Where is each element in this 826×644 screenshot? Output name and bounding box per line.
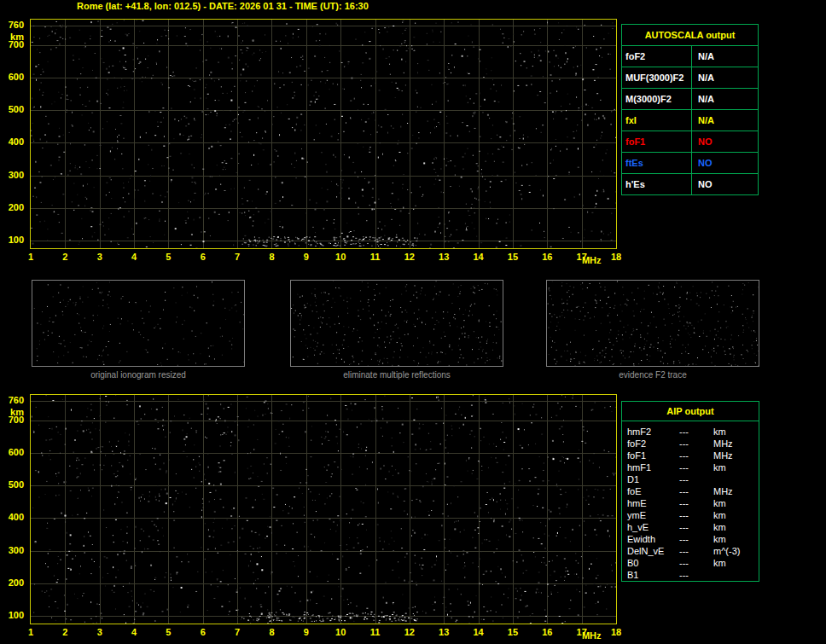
param-value: NO	[692, 153, 759, 174]
thumb-canvas-1	[291, 281, 503, 366]
y-axis-top: 760700600500400300200100km	[0, 19, 26, 249]
x-tick-label: 13	[439, 252, 449, 262]
thumb-canvas-2	[547, 281, 759, 366]
y-tick-label: 300	[9, 171, 24, 179]
y-tick-label: 600	[9, 73, 24, 81]
aip-param-label: ymE	[627, 509, 679, 521]
aip-row: B0---km	[622, 557, 759, 569]
aip-row: hmE---km	[622, 497, 759, 509]
x-tick-label: 9	[304, 627, 309, 637]
x-tick-label: 4	[131, 627, 137, 637]
aip-param-label: Ewidth	[627, 533, 679, 545]
x-axis-unit: MHz	[582, 255, 602, 265]
x-tick-label: 14	[473, 627, 483, 637]
x-tick-label: 16	[542, 252, 552, 262]
y-tick-label: 200	[9, 578, 24, 587]
aip-row: DelN_vE---m^(-3)	[622, 545, 759, 557]
param-value: N/A	[692, 89, 759, 110]
aip-param-unit: MHz	[713, 485, 759, 497]
station-date-header: Rome (lat: +41.8, lon: 012.5) - DATE: 20…	[77, 1, 369, 11]
x-tick-label: 5	[166, 627, 171, 637]
y-axis-unit: km	[10, 32, 24, 41]
x-tick-label: 16	[542, 627, 552, 637]
x-axis-unit: MHz	[582, 630, 602, 641]
x-tick-label: 12	[404, 252, 415, 262]
autoscala-row: MUF(3000)F2N/A	[622, 67, 759, 89]
aip-output-panel: AIP output hmF2---kmfoF2---MHzfoF1---MHz…	[621, 401, 759, 582]
aip-param-unit	[713, 569, 759, 581]
aip-param-value: ---	[679, 461, 713, 473]
aip-rows: hmF2---kmfoF2---MHzfoF1---MHzhmF1---kmD1…	[622, 421, 759, 581]
autoscala-window: Rome (lat: +41.8, lon: 012.5) - DATE: 20…	[0, 0, 826, 644]
x-tick-label: 2	[62, 252, 67, 262]
x-axis-top: 123456789101112131415161718MHz	[31, 250, 616, 267]
autoscala-row: ftEsNO	[622, 153, 759, 174]
x-tick-label: 7	[235, 252, 240, 262]
y-axis-bottom: 760700600500400300200100km	[0, 394, 26, 624]
param-value: NO	[692, 131, 759, 153]
aip-param-unit	[713, 473, 759, 485]
autoscala-table-header: AUTOSCALA output	[622, 25, 759, 46]
y-tick-label: 200	[9, 203, 24, 212]
aip-param-unit: km	[713, 497, 759, 509]
autoscala-row: M(3000)F2N/A	[622, 89, 759, 110]
aip-param-label: DelN_vE	[627, 545, 679, 557]
aip-param-unit: km	[713, 509, 759, 521]
x-tick-label: 1	[28, 252, 33, 262]
x-tick-label: 3	[97, 627, 102, 637]
x-tick-label: 6	[201, 627, 206, 637]
x-tick-label: 10	[335, 252, 346, 262]
x-tick-label: 4	[131, 252, 137, 262]
aip-param-label: hmF1	[627, 461, 679, 473]
y-tick-label: 100	[9, 235, 24, 244]
aip-row: foF2---MHz	[622, 438, 759, 450]
aip-param-unit: km	[713, 461, 759, 473]
y-tick-label: 760	[9, 20, 24, 29]
thumbnail-caption: eliminate multiple reflections	[290, 370, 503, 380]
x-tick-label: 3	[97, 252, 102, 262]
x-tick-label: 2	[62, 627, 67, 637]
aip-param-unit: km	[713, 521, 759, 533]
autoscala-table-body: foF2N/AMUF(3000)F2N/AM(3000)F2N/AfxIN/Af…	[622, 46, 759, 195]
aip-param-unit: km	[713, 533, 759, 545]
x-tick-label: 12	[404, 627, 415, 637]
y-tick-label: 500	[9, 105, 24, 113]
ionogram-canvas-top	[31, 20, 616, 248]
aip-param-value: ---	[679, 426, 713, 438]
x-tick-label: 8	[269, 627, 274, 637]
thumbnail-f2-trace: evidence F2 trace	[546, 280, 759, 380]
autoscala-row: fxIN/A	[622, 110, 759, 131]
x-tick-label: 15	[508, 627, 518, 637]
y-tick-label: 500	[9, 480, 24, 489]
x-tick-label: 5	[166, 252, 171, 262]
autoscala-row: h'EsNO	[622, 174, 759, 195]
aip-param-label: B0	[627, 557, 679, 569]
thumbnail-caption: evidence F2 trace	[546, 370, 759, 380]
thumb-canvas-0	[32, 281, 244, 366]
param-value: N/A	[692, 46, 759, 67]
autoscala-output-table: AUTOSCALA output foF2N/AMUF(3000)F2N/AM(…	[621, 24, 759, 195]
aip-row: hmF2---km	[622, 426, 759, 438]
x-tick-label: 6	[201, 252, 206, 262]
aip-param-unit: m^(-3)	[713, 545, 759, 557]
param-label: M(3000)F2	[622, 89, 692, 110]
y-tick-label: 300	[9, 546, 24, 554]
aip-row: h_vE---km	[622, 521, 759, 533]
aip-param-label: h_vE	[627, 521, 679, 533]
y-tick-label: 100	[9, 611, 24, 619]
aip-param-label: hmF2	[627, 426, 679, 438]
aip-param-value: ---	[679, 533, 713, 545]
aip-param-label: B1	[627, 569, 679, 581]
aip-param-unit: MHz	[713, 438, 759, 450]
aip-row: foF1---MHz	[622, 450, 759, 461]
aip-row: hmF1---km	[622, 461, 759, 473]
autoscala-row: foF1NO	[622, 131, 759, 153]
y-tick-label: 760	[9, 396, 24, 404]
param-value: NO	[692, 174, 759, 195]
aip-param-value: ---	[679, 473, 713, 485]
aip-row: foE---MHz	[622, 485, 759, 497]
autoscala-row: foF2N/A	[622, 46, 759, 67]
aip-param-unit: km	[713, 426, 759, 438]
x-tick-label: 13	[439, 627, 449, 637]
aip-row: B1---	[622, 569, 759, 581]
